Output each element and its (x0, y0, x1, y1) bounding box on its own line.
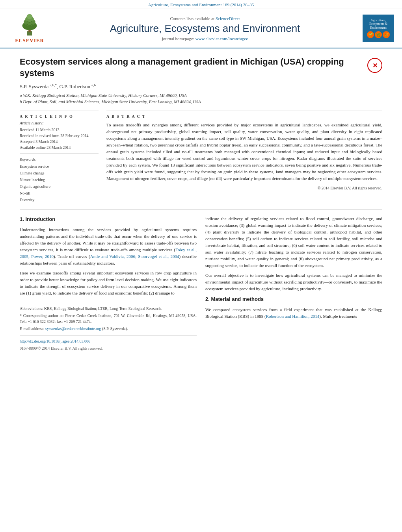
body-col-right: indicate the delivery of regulating serv… (205, 215, 382, 352)
body-para-4: Our overall objective is to investigate … (205, 272, 382, 292)
elsevier-tree-icon (12, 13, 47, 37)
keyword-6: Diversity (20, 196, 99, 203)
received-date: Received 11 March 2013 (20, 127, 99, 133)
crossmark: ✕ (363, 58, 382, 73)
body-col-left: 1. Introduction Understanding interactio… (20, 215, 197, 352)
article-title: Ecosystem services along a management gr… (20, 56, 363, 79)
article-info-col: A R T I C L E I N F O Article history: R… (20, 111, 99, 203)
logo-icon-3: 🌾 (383, 31, 390, 38)
authors: S.P. Syswerda a,b,*, G.P. Robertson a,b (20, 83, 382, 89)
body-para-2: Here we examine tradeoffs among several … (20, 270, 197, 297)
doi-link[interactable]: http://dx.doi.org/10.1016/j.agee.2014.03… (20, 339, 90, 343)
elsevier-logo: ELSEVIER (8, 13, 51, 44)
doi-issn: 0167-8809/© 2014 Elsevier B.V. All right… (20, 345, 197, 352)
section2-heading: 2. Material and methods (205, 295, 382, 303)
journal-header: ELSEVIER Contents lists available at Sci… (0, 9, 402, 48)
received-revised-date: Received in revised form 28 February 201… (20, 133, 99, 139)
keyword-3: Nitrate leaching (20, 176, 99, 183)
footnote-corresponding: * Corresponding author at: Pierce Cedar … (20, 313, 197, 324)
crossmark-icon: ✕ (372, 62, 378, 69)
keywords-list: Ecosystem service Climate change Nitrate… (20, 163, 99, 203)
contents-link: Contents lists available at ScienceDirec… (51, 16, 359, 21)
article-info-title: A R T I C L E I N F O (20, 114, 99, 119)
journal-center: Contents lists available at ScienceDirec… (51, 16, 359, 41)
keywords-label: Keywords: (20, 157, 99, 161)
body-two-col: 1. Introduction Understanding interactio… (20, 215, 382, 352)
abstract-col: A B S T R A C T To assess tradeoffs and … (106, 111, 382, 203)
journal-citation: Agriculture, Ecosystems and Environment … (148, 2, 254, 7)
journal-logo-box: Agriculture,Ecosystems &Environment 🌱 🌿 … (363, 15, 394, 42)
ref-antle[interactable]: Antle and Valdivia, 2006; Stoorvogel et … (90, 254, 179, 259)
body-para-1: Understanding interactions among the ser… (20, 226, 197, 267)
journal-homepage: journal homepage: www.elsevier.com/locat… (51, 36, 359, 41)
abstract-text: To assess tradeoffs and synergies among … (106, 122, 382, 182)
info-abstract-section: A R T I C L E I N F O Article history: R… (20, 111, 382, 203)
footnote-email: E-mail address: syswerdas@cedarcreekinst… (20, 326, 197, 332)
accepted-date: Accepted 3 March 2014 (20, 139, 99, 145)
sciencedirect-link[interactable]: ScienceDirect (216, 16, 240, 21)
keyword-2: Climate change (20, 170, 99, 176)
svg-point-5 (27, 14, 33, 19)
logo-box-title: Agriculture,Ecosystems &Environment (369, 19, 387, 30)
elsevier-label: ELSEVIER (15, 37, 44, 44)
crossmark-badge: ✕ (367, 58, 382, 73)
homepage-link[interactable]: www.elsevier.com/locate/agee (195, 36, 248, 41)
logo-icon-1: 🌱 (367, 31, 374, 38)
footnote-abbreviations: Abbreviations: KBS, Kellogg Biological S… (20, 306, 197, 311)
copyright: © 2014 Elsevier B.V. All rights reserved… (106, 186, 382, 190)
available-date: Available online 28 March 2014 (20, 145, 99, 150)
authors-text: S.P. Syswerda a,b,*, G.P. Robertson a,b (20, 83, 96, 89)
logo-icons: 🌱 🌿 🌾 (367, 31, 390, 38)
body-para-5: We compared ecosystem services from a fi… (205, 306, 382, 320)
keyword-4: Organic agriculture (20, 183, 99, 190)
abstract-title: A B S T R A C T (106, 114, 382, 119)
keyword-5: No-till (20, 190, 99, 196)
email-link[interactable]: syswerdas@cedarcreekinstitute.org (45, 326, 101, 331)
journal-logo-right: Agriculture,Ecosystems &Environment 🌱 🌿 … (359, 15, 394, 42)
affiliation-a: a W.K. Kellogg Biological Station, Michi… (20, 92, 382, 99)
journal-title: Agriculture, Ecosystems and Environment (51, 22, 359, 35)
section-divider-1 (20, 209, 382, 210)
page: Agriculture, Ecosystems and Environment … (0, 0, 402, 532)
info-divider (20, 154, 99, 154)
top-bar: Agriculture, Ecosystems and Environment … (0, 0, 402, 9)
keyword-1: Ecosystem service (20, 163, 99, 170)
article-content: Ecosystem services along a management gr… (0, 48, 402, 359)
logo-icon-2: 🌿 (375, 31, 382, 38)
ref-robertson[interactable]: Robertson and Hamilton, 2014 (266, 314, 320, 319)
affiliation-b: b Dept. of Plant, Soil, and Microbial Sc… (20, 98, 382, 105)
footnotes-area: Abbreviations: KBS, Kellogg Biological S… (20, 303, 197, 332)
body-para-3: indicate the delivery of regulating serv… (205, 215, 382, 269)
doi-area: http://dx.doi.org/10.1016/j.agee.2014.03… (20, 336, 197, 351)
history-label: Article history: (20, 121, 99, 125)
article-title-section: Ecosystem services along a management gr… (20, 56, 382, 79)
affiliations: a W.K. Kellogg Biological Station, Michi… (20, 92, 382, 105)
section1-heading: 1. Introduction (20, 215, 197, 223)
